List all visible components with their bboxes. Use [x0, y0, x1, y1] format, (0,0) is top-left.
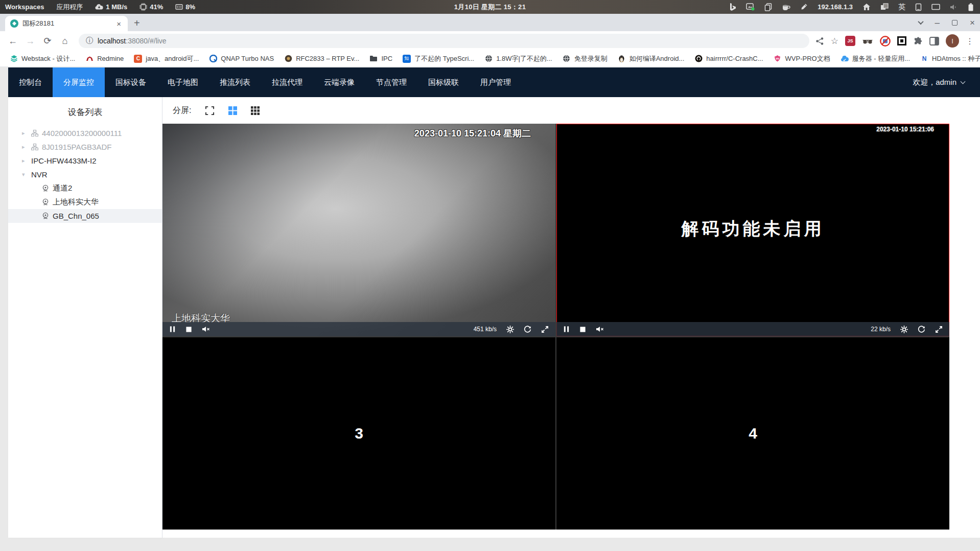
grid-3x3-icon[interactable] — [251, 106, 260, 115]
stop-icon[interactable] — [579, 326, 586, 333]
settings-gear-icon[interactable] — [506, 326, 514, 333]
video-cell-2[interactable]: 2023-01-10 15:21:06 解码功能未启用 — [556, 124, 949, 336]
caret-right-icon[interactable]: ▸ — [22, 144, 28, 150]
video-cell-1[interactable]: 2023-01-10 15:21:04 星期二 上地科实大华 — [162, 124, 555, 336]
settings-gear-icon[interactable] — [900, 326, 908, 333]
tree-item-channel-selected[interactable]: GB_Chn_065 — [8, 209, 162, 223]
nav-item-user-manage[interactable]: 用户管理 — [470, 67, 522, 97]
memory-usage-indicator[interactable]: 8% — [175, 3, 195, 11]
network-speed-indicator[interactable]: 1 MB/s — [95, 3, 127, 11]
nav-item-console[interactable]: 控制台 — [8, 67, 53, 97]
nav-item-push-list[interactable]: 推流列表 — [209, 67, 261, 97]
decode-disabled-message: 解码功能未启用 — [556, 217, 949, 241]
input-method-indicator[interactable]: 英 — [898, 3, 905, 12]
bookmark-item[interactable]: WVP-PRO文档 — [769, 52, 835, 65]
refresh-icon[interactable] — [918, 326, 925, 333]
windows-overview-tray-icon[interactable] — [880, 3, 889, 11]
site-info-icon[interactable]: ⓘ — [86, 36, 93, 45]
js-extension-icon[interactable]: JS — [845, 36, 855, 46]
tree-item-platform[interactable]: ▸ 8J01915PAGB3ADF — [8, 140, 162, 154]
tree-item-channel[interactable]: 通道2 — [8, 181, 162, 195]
caret-right-icon[interactable]: ▸ — [22, 130, 28, 136]
pause-icon[interactable] — [563, 326, 570, 333]
bookmark-item[interactable]: RFC2833 – RTP Ev... — [279, 53, 364, 65]
phone-link-tray-icon[interactable] — [915, 3, 922, 11]
expand-icon[interactable] — [935, 326, 943, 333]
url-input[interactable]: ⓘ localhost:38080/#/live — [79, 34, 809, 48]
screenshot-tray-icon[interactable] — [746, 3, 755, 11]
user-menu[interactable]: 欢迎，admin — [913, 67, 980, 97]
volume-muted-icon[interactable] — [202, 326, 210, 333]
bookmark-item[interactable]: 1.8W字|了不起的... — [480, 52, 557, 65]
caret-right-icon[interactable]: ▸ — [22, 157, 28, 164]
caffeine-tray-icon[interactable] — [782, 4, 790, 11]
bookmark-item[interactable]: 服务器 - 轻量应用... — [836, 52, 915, 65]
applications-button[interactable]: 应用程序 — [56, 3, 83, 12]
pause-icon[interactable] — [169, 326, 176, 333]
expand-icon[interactable] — [541, 326, 549, 333]
nav-item-pull-proxy[interactable]: 拉流代理 — [261, 67, 313, 97]
profile-avatar[interactable]: I — [946, 34, 959, 48]
bookmark-item[interactable]: N HDAtmos :: 种子 *... — [916, 52, 980, 65]
tree-item-device[interactable]: ▸ IPC-HFW4433M-I2 — [8, 154, 162, 168]
extensions-puzzle-icon[interactable] — [913, 36, 923, 46]
side-panel-icon[interactable] — [929, 37, 939, 45]
ip-address-indicator[interactable]: 192.168.1.3 — [818, 3, 853, 11]
bookmark-item[interactable]: 知 了不起的 TypeScri... — [398, 52, 479, 65]
window-minimize-button[interactable]: – — [935, 18, 940, 27]
clock-indicator[interactable]: 1月10日 星期二 15：21 — [454, 3, 526, 12]
grid-2x2-icon[interactable] — [228, 106, 237, 115]
clipboard-tray-icon[interactable] — [764, 3, 772, 11]
refresh-icon[interactable] — [524, 326, 531, 333]
nav-item-map[interactable]: 电子地图 — [157, 67, 209, 97]
video-cell-3[interactable]: 3 — [162, 337, 555, 530]
cpu-usage-indicator[interactable]: 41% — [139, 3, 163, 11]
bookmark-item[interactable]: Webstack - 设计... — [5, 52, 80, 65]
bookmark-item[interactable]: 如何编译Android... — [613, 52, 689, 65]
glasses-extension-icon[interactable] — [862, 38, 873, 44]
cell-placeholder-number: 3 — [162, 337, 555, 530]
nav-item-gb-devices[interactable]: 国标设备 — [105, 67, 157, 97]
bookmark-folder[interactable]: IPC — [365, 53, 397, 65]
caret-down-icon[interactable]: ▾ — [22, 171, 28, 178]
display-tray-icon[interactable] — [931, 4, 940, 11]
tree-item-channel[interactable]: 上地科实大华 — [8, 195, 162, 209]
battery-icon[interactable] — [968, 3, 974, 11]
bookmark-star-icon[interactable]: ☆ — [831, 36, 838, 47]
nav-item-gb-cascade[interactable]: 国标级联 — [417, 67, 470, 97]
browser-menu-icon[interactable]: ⋮ — [966, 36, 974, 46]
video-cell-4[interactable]: 4 — [556, 337, 949, 530]
new-tab-button[interactable]: + — [134, 17, 140, 31]
bookmark-item[interactable]: Redmine — [81, 53, 128, 65]
workspaces-button[interactable]: Workspaces — [5, 3, 44, 11]
window-close-button[interactable]: × — [970, 18, 975, 27]
home-tray-icon[interactable] — [862, 3, 871, 11]
back-button[interactable]: ← — [5, 33, 20, 49]
tree-item-device-nvr[interactable]: ▾ NVR — [8, 168, 162, 181]
volume-muted-icon[interactable] — [596, 326, 604, 333]
stop-icon[interactable] — [185, 326, 192, 333]
qr-extension-icon[interactable] — [897, 36, 906, 45]
bookmark-item[interactable]: C java、android可... — [129, 52, 203, 65]
window-maximize-button[interactable] — [952, 20, 958, 26]
share-icon[interactable] — [815, 37, 824, 45]
tab-search-chevron-icon[interactable] — [918, 19, 923, 25]
nav-item-split-monitor[interactable]: 分屏监控 — [53, 67, 105, 97]
tree-item-platform[interactable]: ▸ 4402000013200000111 — [8, 126, 162, 140]
fullscreen-icon[interactable] — [205, 106, 215, 116]
osd-timestamp: 2023-01-10 15:21:04 星期二 — [414, 127, 531, 140]
browser-home-button[interactable]: ⌂ — [57, 33, 73, 49]
color-picker-tray-icon[interactable] — [800, 3, 808, 11]
nav-item-cloud-record[interactable]: 云端录像 — [313, 67, 365, 97]
bookmark-item[interactable]: 免登录复制 — [558, 52, 612, 65]
reload-button[interactable]: ⟳ — [40, 33, 55, 49]
nav-item-node-manage[interactable]: 节点管理 — [365, 67, 417, 97]
bookmark-item[interactable]: QNAP Turbo NAS — [204, 53, 278, 65]
browser-tab[interactable]: 国标28181 × — [5, 16, 128, 31]
forward-button[interactable]: → — [22, 33, 38, 49]
tab-close-icon[interactable]: × — [115, 19, 123, 28]
bing-tray-icon[interactable] — [730, 3, 736, 11]
adblock-extension-icon[interactable] — [880, 36, 891, 47]
bookmark-item[interactable]: hairrrrr/C-CrashC... — [690, 53, 767, 65]
volume-muted-icon[interactable] — [950, 4, 958, 11]
